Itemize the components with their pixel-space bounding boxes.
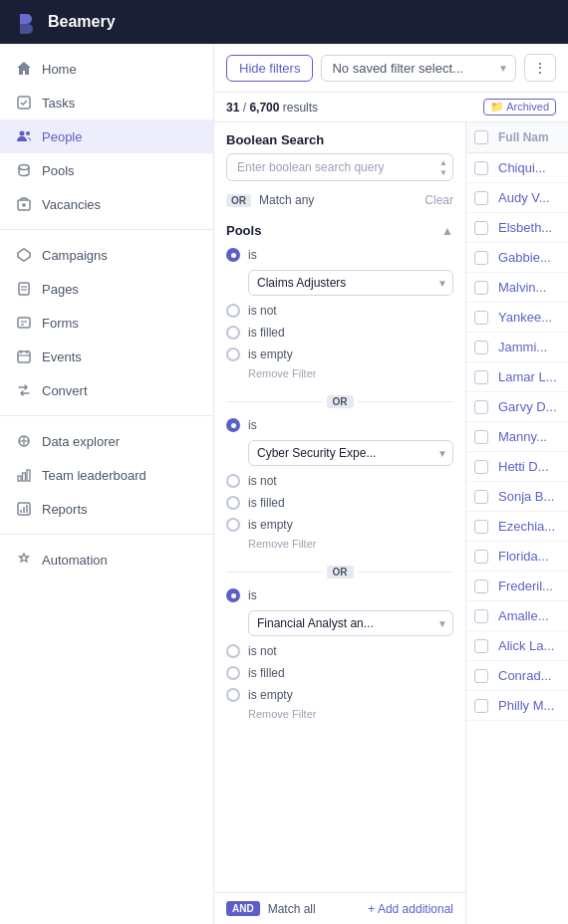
row-name-4[interactable]: Malvin... <box>494 280 560 295</box>
row-name-14[interactable]: Frederil... <box>494 578 560 593</box>
sidebar-item-tasks[interactable]: Tasks <box>0 86 213 119</box>
filter-group-2-isfilled-radio[interactable] <box>226 496 240 510</box>
filter-group-3-isnot-radio[interactable] <box>226 644 240 658</box>
archived-label: Archived <box>506 101 549 113</box>
filter-group-3-dropdown[interactable]: Financial Analyst an... <box>248 610 453 636</box>
row-checkbox-9[interactable] <box>474 430 494 444</box>
row-name-7[interactable]: Lamar L... <box>494 369 560 384</box>
row-name-5[interactable]: Yankee... <box>494 310 560 325</box>
filter-group-1-isnot-label: is not <box>248 304 277 318</box>
row-name-1[interactable]: Audy V... <box>494 190 560 205</box>
row-checkbox-5[interactable] <box>474 311 494 325</box>
pools-header: Pools ▲ <box>226 215 453 244</box>
table-row: Frederil... <box>466 572 568 601</box>
beamery-logo[interactable]: Beamery <box>16 10 116 34</box>
results-count: 31 / 6,700 results <box>226 101 318 115</box>
sidebar-label-team-leaderboard: Team leaderboard <box>42 468 146 483</box>
table-row: Ezechia... <box>466 512 568 542</box>
filter-group-1-isempty-radio[interactable] <box>226 347 240 361</box>
row-checkbox-13[interactable] <box>474 550 494 564</box>
sidebar-item-forms[interactable]: Forms <box>0 306 213 340</box>
row-name-16[interactable]: Alick La... <box>494 638 560 653</box>
row-name-0[interactable]: Chiqui... <box>494 160 560 175</box>
hide-filters-button[interactable]: Hide filters <box>226 55 313 82</box>
sidebar-item-vacancies[interactable]: Vacancies <box>0 187 213 221</box>
row-name-3[interactable]: Gabbie... <box>494 250 560 265</box>
row-checkbox-14[interactable] <box>474 579 494 593</box>
filter-group-2-isnot-radio[interactable] <box>226 474 240 488</box>
sidebar-divider-1 <box>0 229 213 230</box>
sidebar-item-convert[interactable]: Convert <box>0 373 213 407</box>
table-row: Conrad... <box>466 661 568 691</box>
more-options-button[interactable]: ⋮ <box>524 54 556 82</box>
row-checkbox-2[interactable] <box>474 221 494 235</box>
filter-group-3-isempty-radio[interactable] <box>226 688 240 702</box>
or-divider-line-1b <box>358 401 454 402</box>
row-name-18[interactable]: Philly M... <box>494 698 560 713</box>
row-name-2[interactable]: Elsbeth... <box>494 220 560 235</box>
filter-group-3-isfilled-radio[interactable] <box>226 666 240 680</box>
beamery-logo-text: Beamery <box>48 13 116 31</box>
clear-button[interactable]: Clear <box>425 193 453 207</box>
row-name-11[interactable]: Sonja B... <box>494 489 560 504</box>
sidebar-item-events[interactable]: Events <box>0 340 213 373</box>
filter-group-3-is-row: is <box>226 584 453 606</box>
row-checkbox-3[interactable] <box>474 251 494 265</box>
filter-group-1-isnot-radio[interactable] <box>226 304 240 318</box>
filter-group-1-is-radio[interactable] <box>226 248 240 262</box>
row-name-12[interactable]: Ezechia... <box>494 519 560 534</box>
sidebar-item-campaigns[interactable]: Campaigns <box>0 238 213 272</box>
filter-group-1-isnot-row: is not <box>226 300 453 322</box>
row-checkbox-1[interactable] <box>474 191 494 205</box>
people-icon <box>16 128 32 144</box>
sidebar-item-team-leaderboard[interactable]: Team leaderboard <box>0 458 213 492</box>
row-checkbox-18[interactable] <box>474 699 494 713</box>
match-all-button[interactable]: Match all <box>268 902 316 916</box>
table-row: Malvin... <box>466 273 568 303</box>
filter-group-1-isfilled-radio[interactable] <box>226 326 240 340</box>
svg-rect-10 <box>18 318 30 328</box>
row-checkbox-15[interactable] <box>474 609 494 623</box>
row-checkbox-4[interactable] <box>474 281 494 295</box>
filter-group-2-isempty-radio[interactable] <box>226 518 240 532</box>
filter-group-1-remove-button[interactable]: Remove Filter <box>248 365 453 381</box>
sidebar-item-data-explorer[interactable]: Data explorer <box>0 424 213 458</box>
filter-group-2-is-radio[interactable] <box>226 418 240 432</box>
table-header-checkbox[interactable] <box>474 130 494 144</box>
row-checkbox-7[interactable] <box>474 370 494 384</box>
filter-group-1-dropdown[interactable]: Claims Adjusters <box>248 270 453 296</box>
filter-group-2-dropdown[interactable]: Cyber Security Expe... <box>248 440 453 466</box>
row-name-8[interactable]: Garvy D... <box>494 399 560 414</box>
row-name-10[interactable]: Hetti D... <box>494 459 560 474</box>
row-name-6[interactable]: Jammi... <box>494 340 560 354</box>
filter-group-3-is-radio[interactable] <box>226 588 240 602</box>
row-checkbox-11[interactable] <box>474 490 494 504</box>
row-name-9[interactable]: Manny... <box>494 429 560 444</box>
archived-badge[interactable]: 📁 Archived <box>483 99 556 116</box>
filter-group-3-remove-button[interactable]: Remove Filter <box>248 706 453 722</box>
sidebar-label-automation: Automation <box>42 553 108 568</box>
row-name-13[interactable]: Florida... <box>494 549 560 564</box>
row-checkbox-6[interactable] <box>474 341 494 354</box>
sidebar-item-people[interactable]: People <box>0 119 213 153</box>
sidebar-item-pages[interactable]: Pages <box>0 272 213 306</box>
row-name-17[interactable]: Conrad... <box>494 668 560 683</box>
sidebar-item-home[interactable]: Home <box>0 52 213 86</box>
row-checkbox-10[interactable] <box>474 460 494 474</box>
row-checkbox-16[interactable] <box>474 639 494 653</box>
collapse-pools-button[interactable]: ▲ <box>441 224 453 238</box>
row-checkbox-0[interactable] <box>474 161 494 175</box>
row-checkbox-8[interactable] <box>474 400 494 414</box>
sidebar-item-automation[interactable]: Automation <box>0 543 213 577</box>
row-name-15[interactable]: Amalle... <box>494 608 560 623</box>
sidebar-item-reports[interactable]: Reports <box>0 492 213 526</box>
row-checkbox-17[interactable] <box>474 669 494 683</box>
boolean-search-field[interactable] <box>226 153 453 181</box>
sidebar-item-pools[interactable]: Pools <box>0 153 213 187</box>
filter-group-2-remove-button[interactable]: Remove Filter <box>248 536 453 552</box>
row-checkbox-12[interactable] <box>474 520 494 534</box>
table-row: Florida... <box>466 542 568 572</box>
add-additional-button[interactable]: + Add additional <box>368 902 453 916</box>
saved-filter-select[interactable]: No saved filter select... <box>321 55 516 82</box>
select-all-checkbox[interactable] <box>474 130 488 144</box>
